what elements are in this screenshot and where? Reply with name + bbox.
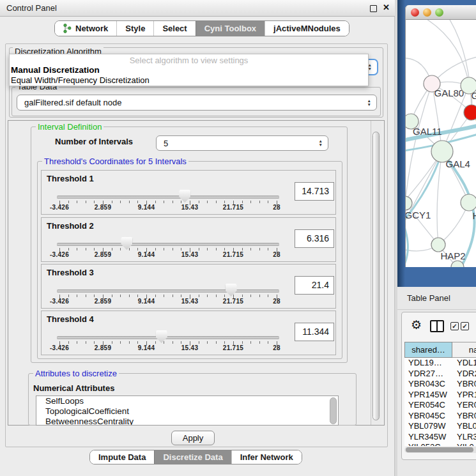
table-row[interactable]: YBR045CYBR0 — [404, 411, 476, 422]
minor-tick — [173, 295, 173, 297]
network-canvas[interactable]: GAL80G.CGAL11GAL4GCY1HHAP2 — [405, 20, 476, 267]
network-edge[interactable] — [444, 20, 472, 112]
slider-track[interactable] — [57, 243, 279, 246]
tab-jactivemnodules[interactable]: jActiveMNodules — [265, 21, 349, 36]
minor-tick — [259, 341, 260, 344]
select-columns-icon[interactable]: ✓ — [461, 322, 469, 330]
threshold-4-value-field[interactable]: 11.344 — [295, 323, 334, 341]
apply-button[interactable]: Apply — [171, 431, 215, 445]
tab-infer-network[interactable]: Infer Network — [231, 450, 302, 464]
threshold-4-panel: Threshold 4-3.4262.8599.14415.4321.71528… — [41, 311, 336, 355]
list-item-selfloops[interactable]: SelfLoops — [36, 396, 338, 406]
network-node-c[interactable] — [464, 105, 476, 120]
minor-tick — [224, 295, 225, 297]
threshold-label: Threshold 4 — [47, 314, 94, 324]
horizontal-scrollbar-thumb[interactable] — [406, 447, 473, 452]
slider-track[interactable] — [57, 336, 279, 339]
tab-impute-data[interactable]: Impute Data — [90, 450, 154, 464]
tab-cyni-toolbox[interactable]: Cyni Toolbox — [196, 21, 265, 36]
threshold-4-slider-thumb[interactable] — [156, 330, 167, 343]
network-window-titlebar[interactable] — [405, 5, 476, 20]
threshold-2-slider-thumb[interactable] — [121, 237, 132, 250]
column-view-icon[interactable] — [430, 320, 444, 332]
table-row[interactable]: YDL19…YDL1 — [404, 358, 476, 369]
threshold-3-slider-thumb[interactable] — [226, 284, 237, 296]
threshold-label: Threshold 2 — [47, 221, 94, 231]
tab-network[interactable]: Network — [55, 21, 116, 36]
table-body: YDL19…YDL1YDR27…YDR2YBR043CYBR0YPR145WYP… — [404, 358, 476, 446]
minor-tick — [68, 248, 69, 250]
minor-tick — [77, 341, 77, 344]
minimize-traffic-light[interactable] — [423, 8, 431, 17]
float-icon[interactable] — [370, 5, 377, 12]
table-row[interactable]: YLR345WYLR3 — [404, 432, 476, 443]
table-row[interactable]: YIL052CYIL0 — [404, 442, 476, 446]
desktop-edge-shadow — [397, 0, 405, 287]
top-tab-bar: NetworkStyleSelectCyni ToolboxjActiveMNo… — [54, 20, 349, 36]
tick-label: -3.426 — [50, 251, 69, 258]
settings-gear-icon[interactable]: ⚙ — [411, 319, 422, 331]
network-edge[interactable] — [417, 20, 469, 86]
dropdown-prompt: Select algorithm to view settings — [10, 54, 368, 65]
table-row[interactable]: YBR043CYBR0 — [404, 379, 476, 390]
minor-tick — [137, 201, 138, 203]
minor-tick — [181, 248, 181, 250]
close-traffic-light[interactable] — [411, 8, 419, 17]
algorithm-dropdown-popup: Select algorithm to view settings Manual… — [9, 54, 369, 86]
cell-name: YPR1 — [457, 390, 476, 399]
minor-tick — [259, 201, 260, 203]
node-label: GAL11 — [413, 126, 442, 137]
tab-discretize-data[interactable]: Discretize Data — [154, 450, 231, 464]
threshold-3-value-field[interactable]: 21.4 — [295, 276, 334, 295]
minor-tick — [164, 201, 164, 203]
tab-style[interactable]: Style — [116, 21, 153, 36]
table-data-combobox[interactable]: galFiltered.sif default node ▲▼ — [17, 95, 377, 111]
numerical-attributes-list[interactable]: SelfLoopsTopologicalCoefficientBetweenne… — [36, 395, 339, 426]
column-header-shared[interactable]: shared… — [404, 342, 452, 358]
node-label: GCY1 — [406, 210, 431, 220]
network-node-gcy1[interactable] — [406, 196, 412, 210]
table-row[interactable]: YBL079WYBL0 — [404, 421, 476, 432]
minor-tick — [181, 341, 181, 344]
threshold-2-value-field[interactable]: 6.316 — [295, 229, 334, 248]
close-icon[interactable]: ✕ — [383, 3, 390, 12]
slider-track[interactable] — [57, 289, 279, 293]
zoom-traffic-light[interactable] — [435, 8, 443, 17]
minor-tick — [77, 201, 77, 203]
network-node-hap2[interactable] — [431, 238, 445, 252]
minor-tick — [112, 201, 112, 203]
network-node-h[interactable] — [461, 194, 476, 211]
threshold-1-value-field[interactable]: 14.713 — [295, 182, 334, 201]
threshold-label: Threshold 1 — [47, 174, 94, 183]
tick-label: -3.426 — [50, 298, 69, 305]
minor-tick — [137, 295, 138, 297]
tab-select[interactable]: Select — [153, 21, 195, 36]
list-item-betweennesscentrality[interactable]: BetweennessCentrality — [36, 417, 338, 426]
minor-tick — [94, 201, 95, 203]
list-scrollbar-thumb[interactable] — [330, 397, 337, 424]
table-row[interactable]: YER054CYER0 — [404, 400, 476, 411]
dropdown-option-equal-width-frequency-discretization[interactable]: Equal Width/Frequency Discretization — [10, 75, 368, 85]
list-item-topologicalcoefficient[interactable]: TopologicalCoefficient — [36, 406, 338, 417]
tick-label: 21.715 — [223, 251, 243, 258]
minor-tick — [268, 341, 268, 344]
minor-tick — [199, 248, 199, 250]
number-of-intervals-value: 5 — [164, 136, 168, 151]
minor-tick — [216, 248, 217, 250]
minor-tick — [94, 248, 95, 250]
table-row[interactable]: YPR145WYPR1 — [404, 390, 476, 401]
dropdown-option-manual-discretization[interactable]: Manual Discretization — [10, 65, 368, 75]
minor-tick — [120, 295, 121, 297]
attributes-group-title: Attributes to discretize — [33, 369, 119, 378]
number-of-intervals-combobox[interactable]: 5 ▲▼ — [156, 135, 328, 151]
select-all-icon[interactable]: ✓ — [450, 322, 459, 330]
column-header-name[interactable]: na… — [452, 342, 476, 358]
network-node[interactable] — [451, 261, 464, 267]
slider-track[interactable] — [57, 196, 279, 199]
table-row[interactable]: YDR27…YDR2 — [404, 369, 476, 380]
minor-tick — [77, 248, 77, 250]
vertical-scrollbar-thumb[interactable] — [372, 132, 380, 420]
minor-tick — [68, 341, 69, 344]
minor-tick — [250, 295, 251, 297]
minor-tick — [94, 341, 95, 344]
